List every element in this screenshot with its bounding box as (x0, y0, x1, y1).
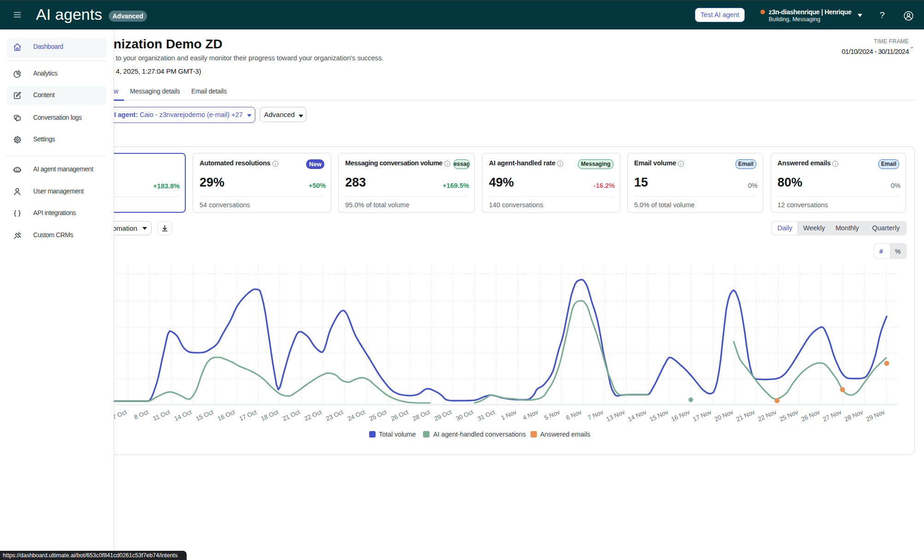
svg-text:8 Oct: 8 Oct (133, 408, 150, 421)
svg-text:4 Nov: 4 Nov (522, 408, 540, 421)
svg-text:26 Nov: 26 Nov (800, 408, 821, 423)
svg-text:23 Oct: 23 Oct (325, 408, 345, 422)
svg-text:15 Oct: 15 Oct (195, 408, 215, 422)
svg-text:5 Nov: 5 Nov (543, 408, 561, 421)
svg-text:18 Oct: 18 Oct (260, 408, 280, 422)
svg-text:20 Nov: 20 Nov (713, 408, 734, 423)
svg-text:6 Nov: 6 Nov (565, 408, 583, 421)
svg-text:25 Oct: 25 Oct (368, 408, 388, 422)
svg-text:11 Oct: 11 Oct (152, 408, 171, 422)
svg-text:22 Nov: 22 Nov (757, 408, 777, 423)
svg-text:16 Oct: 16 Oct (217, 408, 236, 422)
svg-text:25 Nov: 25 Nov (778, 408, 799, 423)
svg-text:30 Oct: 30 Oct (455, 408, 475, 422)
svg-text:24 Oct: 24 Oct (347, 408, 366, 422)
svg-text:17 Nov: 17 Nov (692, 408, 712, 423)
svg-text:31 Oct: 31 Oct (477, 408, 496, 422)
svg-text:16 Nov: 16 Nov (670, 408, 691, 423)
svg-text:17 Oct: 17 Oct (238, 408, 258, 422)
svg-text:29 Nov: 29 Nov (865, 408, 886, 423)
svg-text:26 Oct: 26 Oct (390, 408, 410, 422)
svg-text:28 Nov: 28 Nov (843, 408, 864, 423)
svg-text:27 Nov: 27 Nov (822, 408, 842, 423)
svg-text:14 Oct: 14 Oct (173, 408, 193, 422)
svg-text:13 Nov: 13 Nov (605, 408, 626, 423)
svg-text:14 Nov: 14 Nov (627, 408, 647, 423)
svg-text:1 Nov: 1 Nov (500, 408, 518, 421)
svg-text:29 Oct: 29 Oct (433, 408, 453, 422)
svg-text:28 Oct: 28 Oct (412, 408, 431, 422)
svg-text:21 Oct: 21 Oct (282, 408, 301, 422)
svg-text:7 Nov: 7 Nov (587, 408, 605, 421)
svg-text:7 Oct: 7 Oct (112, 408, 128, 421)
svg-text:22 Oct: 22 Oct (303, 408, 323, 422)
svg-text:15 Nov: 15 Nov (648, 408, 669, 423)
svg-text:21 Nov: 21 Nov (735, 408, 756, 423)
